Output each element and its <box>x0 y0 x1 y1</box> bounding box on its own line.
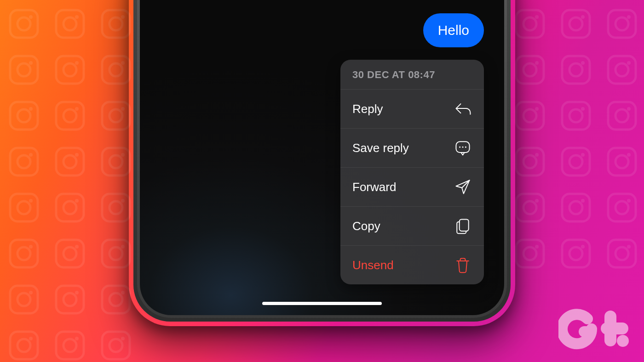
phone-frame-inner: Hello 30 DEC AT 08:47 Reply Save reply <box>137 0 507 318</box>
svg-point-5 <box>462 147 464 148</box>
menu-item-label: Forward <box>352 180 396 194</box>
chat-ellipsis-icon <box>454 139 472 157</box>
context-menu: 30 DEC AT 08:47 Reply Save reply <box>340 60 484 284</box>
home-indicator[interactable] <box>262 302 382 305</box>
svg-rect-11 <box>601 322 628 334</box>
svg-point-12 <box>617 335 629 347</box>
menu-timestamp: 30 DEC AT 08:47 <box>340 60 484 90</box>
menu-item-label: Unsend <box>352 258 394 272</box>
copy-icon <box>454 217 472 235</box>
svg-line-7 <box>462 180 469 187</box>
message-text: Hello <box>438 23 469 38</box>
menu-item-save-reply[interactable]: Save reply <box>340 129 484 168</box>
paper-plane-icon <box>454 178 472 196</box>
svg-point-6 <box>465 147 466 148</box>
menu-item-reply[interactable]: Reply <box>340 90 484 129</box>
svg-rect-9 <box>579 326 592 337</box>
menu-item-label: Save reply <box>352 141 409 155</box>
trash-icon <box>454 256 472 274</box>
menu-item-label: Reply <box>352 102 383 116</box>
watermark-logo <box>558 309 632 352</box>
svg-rect-8 <box>460 219 469 231</box>
phone-screen: Hello 30 DEC AT 08:47 Reply Save reply <box>140 0 504 315</box>
menu-item-label: Copy <box>352 219 380 233</box>
hero-graphic: Hello 30 DEC AT 08:47 Reply Save reply <box>0 0 644 362</box>
menu-item-unsend[interactable]: Unsend <box>340 246 484 284</box>
svg-point-4 <box>459 147 460 148</box>
phone-frame: Hello 30 DEC AT 08:47 Reply Save reply <box>133 0 511 322</box>
menu-item-forward[interactable]: Forward <box>340 168 484 207</box>
menu-item-copy[interactable]: Copy <box>340 207 484 246</box>
message-bubble[interactable]: Hello <box>423 13 484 47</box>
reply-icon <box>454 100 472 118</box>
